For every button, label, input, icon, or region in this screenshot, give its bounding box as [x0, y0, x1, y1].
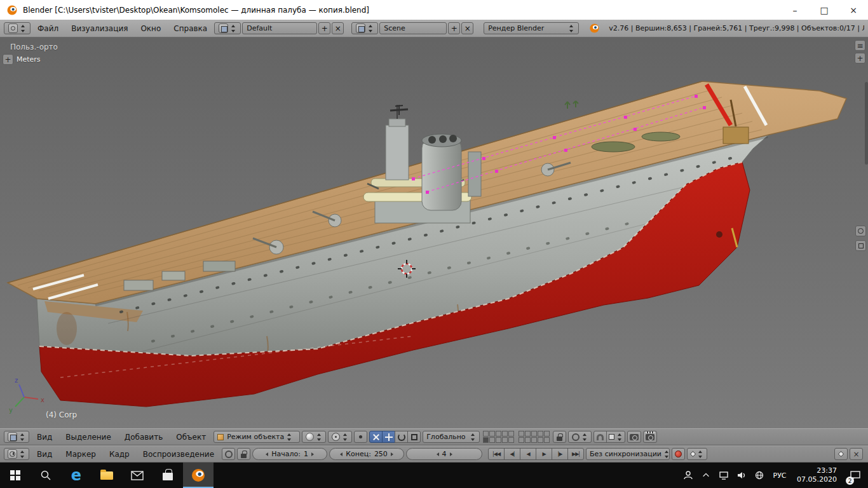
play-reverse-button[interactable]: ◀	[520, 448, 536, 460]
increment-arrow-icon[interactable]	[391, 452, 393, 456]
layer-toggle[interactable]	[508, 437, 514, 443]
frame-start-field[interactable]: Начало: 1	[252, 448, 327, 460]
layer-toggle[interactable]	[538, 431, 543, 437]
menu-object[interactable]: Объект	[170, 433, 212, 442]
region-icon-button-bottom[interactable]	[855, 240, 866, 251]
prev-keyframe-button[interactable]: ◀|	[504, 448, 520, 460]
taskbar-mail-button[interactable]	[122, 463, 153, 488]
menu-view[interactable]: Вид	[31, 433, 58, 442]
menu-view-timeline[interactable]: Вид	[31, 450, 58, 459]
display-network-icon-button[interactable]	[715, 463, 733, 488]
menu-add[interactable]: Добавить	[119, 433, 168, 442]
network-globe-button[interactable]	[750, 463, 768, 488]
layers-widget-left[interactable]	[483, 431, 514, 443]
taskbar-explorer-button[interactable]	[92, 463, 122, 488]
layer-toggle[interactable]	[519, 437, 524, 443]
lock-to-scene-button[interactable]	[553, 431, 566, 443]
layer-toggle[interactable]	[508, 431, 514, 437]
start-button[interactable]	[0, 463, 31, 488]
layer-toggle[interactable]	[483, 431, 489, 437]
taskbar-blender-button[interactable]	[183, 463, 214, 488]
minimize-button[interactable]: –	[780, 0, 810, 20]
layer-toggle[interactable]	[496, 437, 501, 443]
layer-toggle[interactable]	[519, 431, 524, 437]
av-sync-select[interactable]: Без синхронизации	[586, 448, 670, 460]
keying-set-select[interactable]	[687, 448, 707, 460]
lock-time-cursor-toggle[interactable]	[237, 448, 250, 460]
decrement-arrow-icon[interactable]	[266, 452, 268, 456]
people-button[interactable]	[679, 463, 697, 488]
search-button[interactable]	[31, 463, 61, 488]
scene-add-button[interactable]: +	[448, 22, 460, 34]
properties-expand-button[interactable]: +	[855, 53, 865, 64]
menu-window[interactable]: Окно	[135, 24, 166, 33]
menu-select[interactable]: Выделение	[60, 433, 116, 442]
taskbar-store-button[interactable]	[153, 463, 183, 488]
scene-field[interactable]: Scene	[379, 22, 447, 34]
screen-layout-browse-button[interactable]	[214, 22, 241, 34]
pivot-align-toggle[interactable]	[354, 431, 367, 443]
layer-toggle[interactable]	[544, 437, 550, 443]
opengl-render-anim-button[interactable]	[643, 431, 657, 443]
menu-help[interactable]: Справка	[168, 24, 213, 33]
menu-render[interactable]: Визуализация	[65, 24, 133, 33]
transform-orientation-select[interactable]: Глобально	[423, 431, 480, 443]
jump-to-start-button[interactable]: |◀◀	[488, 448, 505, 460]
layer-toggle[interactable]	[496, 431, 501, 437]
tray-chevron-button[interactable]	[697, 463, 715, 488]
layer-toggle[interactable]	[531, 431, 537, 437]
toolbar-expand-button[interactable]: +	[3, 54, 13, 65]
language-indicator[interactable]: РУС	[768, 463, 791, 488]
next-keyframe-button[interactable]: |▶	[552, 448, 568, 460]
scale-manipulator-button[interactable]	[407, 431, 421, 443]
maximize-button[interactable]: □	[810, 0, 839, 20]
scene-browse-button[interactable]	[351, 22, 378, 34]
screen-layout-field[interactable]: Default	[242, 22, 317, 34]
play-button[interactable]: ▶	[536, 448, 552, 460]
increment-arrow-icon[interactable]	[450, 452, 452, 456]
action-center-button[interactable]: 2	[843, 463, 868, 488]
viewport-scrollbar[interactable]	[865, 82, 868, 165]
viewport-3d[interactable]: x y z Польз.-орто Meters (4) Corp + ≡ +	[0, 37, 868, 428]
insert-keyframe-button[interactable]	[834, 448, 848, 460]
current-frame-field[interactable]: 4	[406, 448, 482, 460]
editor-type-select[interactable]	[4, 22, 31, 34]
auto-keyframe-toggle[interactable]	[672, 448, 685, 460]
layer-toggle[interactable]	[525, 431, 531, 437]
scene-delete-button[interactable]: ×	[461, 22, 473, 34]
frame-end-field[interactable]: Конец: 250	[329, 448, 404, 460]
editor-type-select-timeline[interactable]	[4, 448, 29, 460]
taskbar-edge-button[interactable]: e	[61, 463, 92, 488]
menu-file[interactable]: Файл	[32, 24, 64, 33]
opengl-render-button[interactable]	[627, 431, 641, 443]
layers-widget-right[interactable]	[519, 431, 550, 443]
layer-toggle-active[interactable]	[483, 437, 489, 443]
region-icon-button-top[interactable]	[855, 226, 866, 236]
preview-range-toggle[interactable]	[222, 448, 235, 460]
viewport-canvas[interactable]: x y z	[0, 37, 868, 428]
snap-element-select[interactable]	[606, 431, 625, 443]
screen-layout-delete-button[interactable]: ×	[332, 22, 344, 34]
jump-to-end-button[interactable]: ▶▶|	[567, 448, 584, 460]
increment-arrow-icon[interactable]	[311, 452, 314, 456]
delete-keyframe-button[interactable]: ×	[850, 448, 863, 460]
layer-toggle[interactable]	[489, 431, 495, 437]
mode-select[interactable]: Режим объекта	[214, 431, 300, 443]
screen-layout-add-button[interactable]: +	[318, 22, 330, 34]
render-engine-select[interactable]: Рендер Blender	[484, 22, 579, 34]
layer-toggle[interactable]	[538, 437, 543, 443]
layer-toggle[interactable]	[544, 431, 550, 437]
menu-playback[interactable]: Воспроизведение	[137, 450, 220, 459]
decrement-arrow-icon[interactable]	[437, 452, 439, 456]
snap-toggle-button[interactable]	[593, 431, 607, 443]
menu-frame[interactable]: Кадр	[104, 450, 135, 459]
layer-toggle[interactable]	[531, 437, 537, 443]
proportional-edit-select[interactable]	[568, 431, 592, 443]
outliner-menu-button[interactable]: ≡	[855, 40, 865, 51]
translate-manipulator-button[interactable]	[382, 431, 395, 443]
rotate-manipulator-button[interactable]	[395, 431, 408, 443]
close-button[interactable]: ×	[839, 0, 868, 20]
layer-toggle[interactable]	[502, 431, 508, 437]
layer-toggle[interactable]	[525, 437, 531, 443]
decrement-arrow-icon[interactable]	[340, 452, 342, 456]
